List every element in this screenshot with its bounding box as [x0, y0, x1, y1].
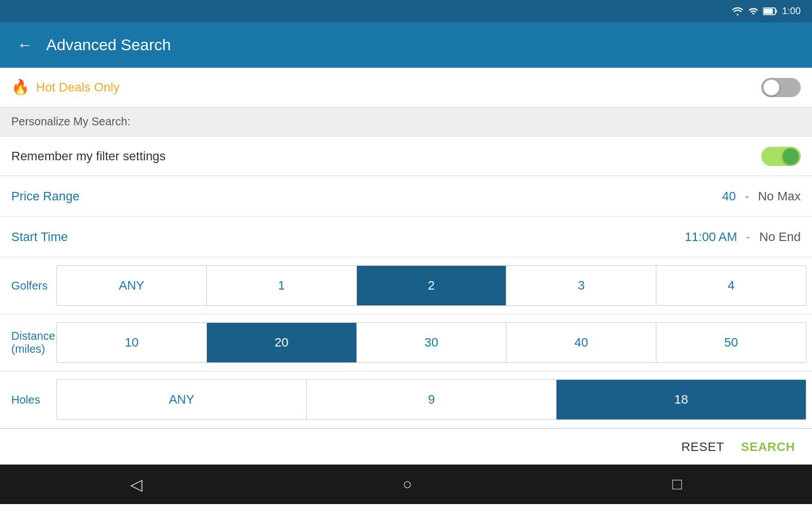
personalize-section-header: Personalize My Search: — [0, 107, 812, 137]
svg-rect-1 — [764, 9, 773, 14]
start-time-row[interactable]: Start Time 11:00 AM - No End — [0, 217, 812, 257]
start-time-end: No End — [760, 230, 801, 244]
nav-back-icon[interactable]: ◁ — [130, 475, 143, 494]
holes-label: Holes — [0, 393, 56, 406]
price-range-max: No Max — [758, 189, 801, 204]
nav-home-icon[interactable]: ○ — [403, 475, 412, 493]
svg-rect-2 — [775, 10, 777, 13]
price-range-dash: - — [745, 189, 749, 204]
holes-option-any[interactable]: ANY — [57, 380, 307, 419]
golfers-label: Golfers — [0, 279, 56, 292]
price-range-value: 40 - No Max — [722, 189, 801, 204]
remember-filter-row: Remember my filter settings — [0, 137, 812, 176]
hot-deals-toggle[interactable] — [761, 78, 801, 97]
status-time: 1:00 — [782, 6, 801, 17]
app-title: Advanced Search — [46, 36, 171, 54]
golfers-option-4[interactable]: 4 — [656, 266, 806, 305]
start-time-value: 11:00 AM - No End — [685, 230, 801, 244]
hot-deals-label-group: 🔥 Hot Deals Only — [11, 78, 120, 96]
flame-icon: 🔥 — [11, 78, 29, 96]
distance-option-20[interactable]: 20 — [207, 323, 357, 362]
holes-option-18[interactable]: 18 — [557, 380, 806, 419]
start-time-dash: - — [746, 230, 750, 244]
distance-row: Distance(miles) 10 20 30 40 50 — [0, 314, 812, 371]
app-bar: ← Advanced Search — [0, 23, 812, 68]
remember-filter-toggle[interactable] — [761, 147, 801, 166]
price-range-label: Price Range — [11, 189, 80, 204]
status-bar: 1:00 — [0, 0, 812, 23]
action-bar: RESET SEARCH — [0, 428, 812, 465]
start-time-label: Start Time — [11, 230, 68, 244]
search-button[interactable]: SEARCH — [741, 440, 795, 454]
remember-filter-label: Remember my filter settings — [11, 149, 166, 164]
distance-options: 10 20 30 40 50 — [56, 322, 806, 363]
golfers-options: ANY 1 2 3 4 — [56, 265, 806, 306]
reset-button[interactable]: RESET — [681, 440, 724, 454]
battery-icon — [763, 7, 778, 15]
back-button[interactable]: ← — [17, 36, 33, 54]
holes-option-9[interactable]: 9 — [307, 380, 557, 419]
nav-bar: ◁ ○ □ — [0, 465, 812, 504]
hot-deals-toggle-knob — [764, 80, 779, 95]
golfers-option-2[interactable]: 2 — [357, 266, 507, 305]
start-time-start: 11:00 AM — [685, 230, 737, 244]
signal-icon — [748, 6, 758, 16]
holes-row: Holes ANY 9 18 — [0, 371, 812, 428]
price-range-row[interactable]: Price Range 40 - No Max — [0, 176, 812, 217]
distance-option-50[interactable]: 50 — [656, 323, 806, 362]
hot-deals-label: Hot Deals Only — [36, 80, 120, 95]
personalize-label: Personalize My Search: — [11, 115, 130, 128]
holes-options: ANY 9 18 — [56, 379, 806, 420]
wifi-icon — [731, 7, 744, 16]
golfers-option-3[interactable]: 3 — [506, 266, 656, 305]
distance-option-10[interactable]: 10 — [57, 323, 207, 362]
distance-option-40[interactable]: 40 — [506, 323, 656, 362]
price-range-min: 40 — [722, 189, 735, 204]
status-icons: 1:00 — [731, 6, 801, 17]
golfers-row: Golfers ANY 1 2 3 4 — [0, 257, 812, 314]
golfers-option-1[interactable]: 1 — [207, 266, 357, 305]
content-area: 🔥 Hot Deals Only Personalize My Search: … — [0, 68, 812, 465]
distance-label: Distance(miles) — [0, 330, 56, 356]
remember-filter-toggle-knob — [783, 148, 798, 164]
nav-recents-icon[interactable]: □ — [672, 475, 682, 493]
distance-option-30[interactable]: 30 — [357, 323, 507, 362]
hot-deals-row: 🔥 Hot Deals Only — [0, 68, 812, 107]
golfers-option-any[interactable]: ANY — [57, 266, 207, 305]
